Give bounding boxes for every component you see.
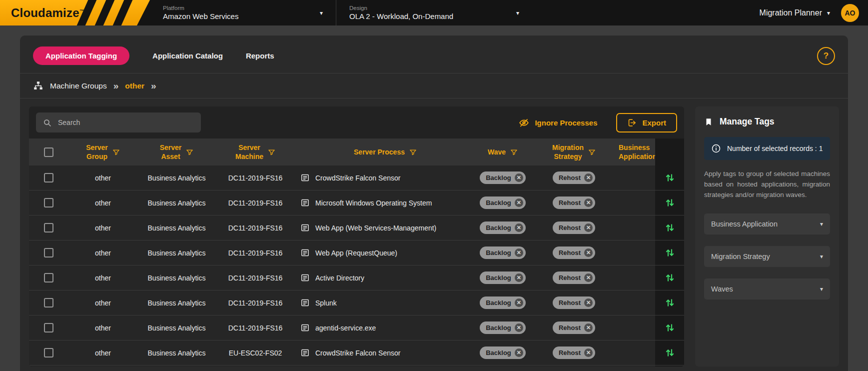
cell-server-machine: DC11-2019-FS16 [215, 240, 295, 265]
process-list-icon [300, 323, 310, 332]
col-server-machine[interactable]: Server Machine [215, 138, 295, 166]
row-checkbox[interactable] [44, 348, 53, 358]
row-checkbox[interactable] [44, 173, 53, 182]
col-business-application[interactable]: Business Application [618, 138, 655, 166]
filter-icon[interactable] [268, 148, 275, 156]
strategy-tag: Rehost ✕ [553, 296, 595, 309]
cell-migration-strategy: Rehost ✕ [530, 216, 618, 240]
cell-server-process: CrowdStrike Falcon Sensor [295, 166, 475, 190]
remove-tag-icon[interactable]: ✕ [515, 324, 523, 332]
remove-tag-icon[interactable]: ✕ [515, 174, 523, 182]
platform-label: Platform [163, 5, 238, 11]
cell-wave: Backlog ✕ [475, 316, 530, 340]
cell-action [655, 366, 684, 366]
merge-arrows-icon[interactable] [665, 247, 675, 258]
merge-arrows-icon[interactable] [665, 172, 675, 184]
col-wave[interactable]: Wave [475, 138, 530, 166]
business-application-dropdown[interactable]: Business Application ▾ [704, 214, 830, 234]
row-checkbox-cell [29, 166, 68, 190]
row-checkbox-cell [29, 216, 68, 240]
col-server-asset[interactable]: Server Asset [138, 138, 215, 166]
export-button[interactable]: Export [616, 113, 677, 132]
design-select[interactable]: Design OLA 2 - Workload, On-Demand ▾ [336, 0, 532, 26]
cell-action [655, 216, 684, 240]
cloudamize-logo[interactable]: Cloudamize™ [0, 0, 150, 26]
strategy-tag-label: Rehost [559, 349, 581, 356]
cell-server-process: Splunk [295, 290, 475, 315]
cell-server-process: agentid-service.exe [295, 316, 475, 340]
remove-tag-icon[interactable]: ✕ [584, 348, 593, 357]
waves-dropdown[interactable]: Waves ▾ [704, 278, 830, 300]
ignore-processes-button[interactable]: Ignore Processes [516, 117, 600, 128]
remove-tag-icon[interactable]: ✕ [515, 198, 523, 207]
wave-tag: Backlog ✕ [480, 272, 526, 284]
remove-tag-icon[interactable]: ✕ [515, 274, 523, 282]
remove-tag-icon[interactable]: ✕ [584, 224, 593, 232]
wave-tag: Backlog ✕ [480, 346, 526, 359]
row-checkbox[interactable] [44, 198, 53, 208]
wave-tag-label: Backlog [486, 299, 511, 306]
platform-select[interactable]: Platform Amazon Web Services ▾ [150, 0, 336, 26]
breadcrumb-current[interactable]: other [125, 82, 144, 90]
avatar[interactable]: AO [841, 4, 859, 22]
row-checkbox[interactable] [44, 248, 53, 258]
cell-action [655, 166, 684, 190]
filter-icon[interactable] [588, 148, 596, 156]
tab-application-catalog[interactable]: Application Catalog [152, 52, 223, 60]
help-button[interactable]: ? [817, 47, 835, 65]
filter-icon[interactable] [409, 148, 417, 156]
remove-tag-icon[interactable]: ✕ [515, 224, 523, 232]
filter-icon[interactable] [510, 148, 518, 156]
cell-business-application [618, 216, 655, 240]
cell-server-process: CrowdStrike Falcon Sensor [295, 340, 475, 365]
migration-strategy-dropdown[interactable]: Migration Strategy ▾ [704, 246, 830, 267]
select-all-checkbox[interactable] [44, 148, 53, 157]
table-row: other Business Analytics DC11-2019-FS16 … [29, 316, 684, 340]
row-checkbox[interactable] [44, 323, 53, 332]
wave-tag-label: Backlog [486, 224, 511, 232]
table-row: other Business Analytics EU-ESC02-FS02 M… [29, 366, 684, 366]
row-checkbox[interactable] [44, 273, 53, 282]
cell-server-machine: DC11-2019-FS16 [215, 166, 295, 190]
cell-server-asset: Business Analytics [138, 316, 215, 340]
search-input[interactable] [57, 118, 194, 127]
row-checkbox[interactable] [44, 223, 53, 232]
tab-bar: Application Tagging Application Catalog … [29, 44, 839, 73]
cell-action [655, 266, 684, 290]
col-server-group[interactable]: Server Group [68, 138, 138, 166]
remove-tag-icon[interactable]: ✕ [584, 248, 593, 257]
process-name: CrowdStrike Falcon Sensor [315, 174, 400, 182]
col-server-process[interactable]: Server Process [295, 138, 475, 166]
merge-arrows-icon[interactable] [665, 347, 675, 358]
merge-arrows-icon[interactable] [665, 272, 675, 284]
breadcrumb-root[interactable]: Machine Groups [50, 82, 107, 90]
strategy-tag: Rehost ✕ [553, 246, 595, 259]
row-checkbox-cell [29, 190, 68, 215]
filter-icon[interactable] [186, 148, 193, 156]
merge-arrows-icon[interactable] [665, 222, 675, 234]
tab-application-tagging[interactable]: Application Tagging [33, 46, 129, 65]
remove-tag-icon[interactable]: ✕ [584, 298, 593, 307]
remove-tag-icon[interactable]: ✕ [515, 298, 523, 307]
remove-tag-icon[interactable]: ✕ [584, 198, 593, 207]
col-migration-strategy[interactable]: Migration Strategy [530, 138, 618, 166]
remove-tag-icon[interactable]: ✕ [584, 174, 593, 182]
search-box[interactable] [36, 112, 201, 132]
remove-tag-icon[interactable]: ✕ [584, 324, 593, 332]
migration-planner-menu[interactable]: Migration Planner ▾ [760, 8, 830, 18]
process-list-icon [300, 248, 310, 258]
remove-tag-icon[interactable]: ✕ [515, 348, 523, 357]
filter-icon[interactable] [112, 148, 120, 156]
merge-arrows-icon[interactable] [665, 297, 675, 308]
migration-planner-label: Migration Planner [760, 8, 822, 18]
cell-business-application [618, 266, 655, 290]
merge-arrows-icon[interactable] [665, 322, 675, 334]
cell-wave: Backlog ✕ [475, 166, 530, 190]
cell-migration-strategy: Rehost ✕ [530, 316, 618, 340]
strategy-tag-label: Rehost [559, 324, 581, 332]
remove-tag-icon[interactable]: ✕ [515, 248, 523, 257]
row-checkbox[interactable] [44, 298, 53, 308]
merge-arrows-icon[interactable] [665, 197, 675, 208]
remove-tag-icon[interactable]: ✕ [584, 274, 593, 282]
tab-reports[interactable]: Reports [246, 52, 274, 60]
